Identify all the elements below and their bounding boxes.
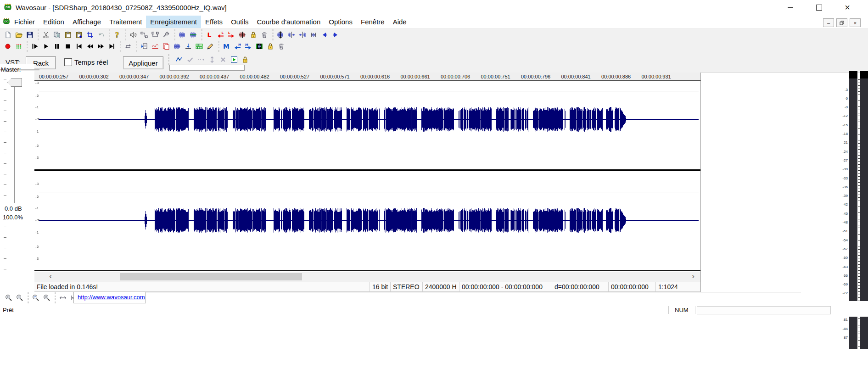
statistics-button[interactable] — [150, 41, 161, 52]
midi-connections-button[interactable] — [150, 29, 161, 40]
copy-button[interactable] — [51, 29, 62, 40]
record-button[interactable] — [2, 41, 13, 52]
db-gutter-label: -1 — [35, 105, 44, 109]
vst-apply-button[interactable]: Appliquer — [123, 56, 163, 69]
menu-item-aide[interactable]: Aide — [389, 16, 411, 28]
zoom-selection-button[interactable] — [30, 292, 41, 303]
cut-button[interactable] — [40, 29, 51, 40]
multi-tracks-button[interactable] — [194, 41, 205, 52]
horizontal-scrollbar[interactable]: ‹ › — [34, 272, 701, 282]
crop-button[interactable] — [84, 29, 95, 40]
zoom-out-button[interactable] — [14, 292, 25, 303]
menu-item-traitement[interactable]: Traitement — [105, 16, 146, 28]
master-slider-track[interactable] — [14, 78, 16, 203]
stop-button[interactable] — [62, 41, 73, 52]
play-from-cursor-button[interactable] — [29, 41, 40, 52]
h-scroll-button[interactable] — [57, 292, 68, 303]
waveform-canvas[interactable] — [39, 81, 699, 272]
lock-button[interactable] — [248, 29, 259, 40]
settings-wrench-button[interactable] — [161, 29, 172, 40]
marker-button[interactable]: M — [221, 41, 232, 52]
loop-to-end-button[interactable]: L — [226, 29, 237, 40]
play-button[interactable] — [40, 41, 51, 52]
zoom-all-button[interactable] — [41, 292, 52, 303]
menu-item-fenetre[interactable]: Fenêtre — [357, 16, 389, 28]
rewind-button[interactable] — [84, 41, 95, 52]
copy-to-new-button[interactable] — [139, 41, 150, 52]
menu-item-effets[interactable]: Effets — [201, 16, 227, 28]
scrollbar-thumb[interactable] — [120, 273, 302, 280]
monitor-meter-button[interactable] — [13, 41, 24, 52]
selection-shrink-right-button[interactable] — [297, 29, 308, 40]
insert-silence-button[interactable] — [183, 41, 194, 52]
menu-item-outils[interactable]: Outils — [227, 16, 252, 28]
document-tab[interactable]: http://www.wavosaur.com — [73, 292, 146, 303]
marker-selection-button[interactable] — [254, 41, 265, 52]
batch-files-button[interactable] — [161, 41, 172, 52]
selection-shrink-left-button[interactable] — [286, 29, 297, 40]
go-end-button[interactable] — [106, 41, 118, 52]
loop-start-button[interactable]: L — [204, 29, 215, 40]
automation-scale-button[interactable] — [207, 54, 218, 65]
automation-curve-button[interactable] — [174, 54, 185, 65]
menu-item-affichage[interactable]: Affichage — [68, 16, 105, 28]
marker-selection-icon — [256, 43, 263, 50]
waveform-view-button[interactable] — [177, 29, 188, 40]
undo-button[interactable] — [95, 29, 106, 40]
loop-clear-button[interactable] — [237, 29, 248, 40]
forward-button[interactable] — [95, 41, 106, 52]
master-label: Master: — [1, 66, 21, 73]
open-file-icon — [15, 31, 22, 39]
automation-play-button[interactable] — [229, 54, 240, 65]
automation-value-field[interactable] — [169, 65, 245, 71]
loop-mode-button[interactable] — [123, 41, 134, 52]
waveform-overlay-button[interactable] — [188, 29, 199, 40]
mdi-close-button[interactable]: × — [850, 18, 861, 27]
automation-validate-button[interactable] — [185, 54, 196, 65]
lock-button[interactable] — [265, 41, 276, 52]
ruler-time-label: 00:00:00:661 — [401, 74, 430, 79]
menu-item-enregistrement[interactable]: Enregistrement — [146, 16, 201, 28]
menu-item-options[interactable]: Options — [325, 16, 357, 28]
resample-button[interactable] — [172, 41, 183, 52]
menu-item-courbe-d-automation[interactable]: Courbe d'automation — [252, 16, 325, 28]
automation-delete-button[interactable] — [218, 54, 229, 65]
delete-button[interactable] — [276, 41, 287, 52]
marker-next-button[interactable]: M — [243, 41, 254, 52]
wavosaur-link[interactable]: http://www.wavosaur.com — [74, 292, 146, 303]
loop-to-start-button[interactable]: L — [215, 29, 226, 40]
play-forward-button[interactable] — [330, 29, 341, 40]
paste-button[interactable] — [62, 29, 73, 40]
scroll-right-button[interactable]: › — [689, 272, 698, 282]
realtime-checkbox[interactable] — [64, 58, 72, 66]
draw-pencil-button[interactable] — [205, 41, 216, 52]
mdi-restore-button[interactable] — [836, 18, 847, 27]
lock-button[interactable] — [240, 54, 251, 65]
mdi-minimize-button[interactable]: – — [823, 18, 834, 27]
automation-interpolate-button[interactable] — [196, 54, 207, 65]
scroll-left-button[interactable]: ‹ — [46, 272, 55, 282]
menu-item-edition[interactable]: Edition — [39, 16, 68, 28]
selection-extend-button[interactable] — [308, 29, 319, 40]
paste-insert-button[interactable] — [73, 29, 84, 40]
help-button[interactable]: ? — [112, 29, 123, 40]
delete-button[interactable] — [259, 29, 270, 40]
menu-item-fichier[interactable]: Fichier — [10, 16, 39, 28]
maximize-button[interactable] — [806, 0, 832, 15]
new-file-button[interactable] — [2, 29, 13, 40]
open-file-button[interactable] — [13, 29, 24, 40]
time-ruler[interactable]: 00:00:00:25700:00:00:30200:00:00:34700:0… — [34, 73, 701, 81]
minimize-button[interactable] — [778, 0, 803, 15]
audio-config-button[interactable] — [128, 29, 139, 40]
zoom-in-button[interactable] — [3, 292, 14, 303]
connections-button[interactable] — [139, 29, 150, 40]
marker-previous-button[interactable]: M — [232, 41, 243, 52]
play-reverse-button[interactable] — [319, 29, 330, 40]
pause-button[interactable] — [51, 41, 62, 52]
save-file-button[interactable] — [24, 29, 35, 40]
selection-cursor-button[interactable] — [275, 29, 286, 40]
master-slider-handle[interactable] — [7, 78, 22, 87]
go-start-button[interactable] — [73, 41, 84, 52]
db-gutter-label: -3 — [35, 81, 44, 85]
close-button[interactable]: × — [834, 0, 860, 15]
